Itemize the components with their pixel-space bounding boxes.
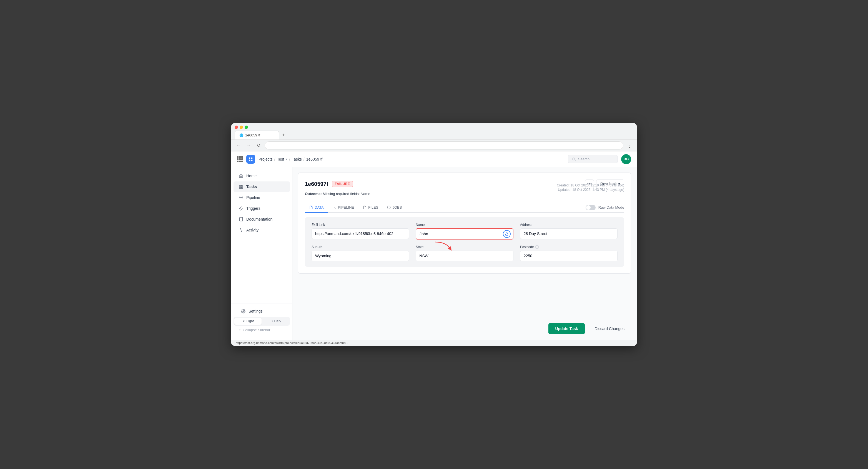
browser-tab[interactable]: 🌐 1e60597f xyxy=(235,130,279,140)
suburb-input[interactable] xyxy=(312,251,409,261)
close-btn[interactable] xyxy=(235,125,238,129)
form-section: Exfil Link Name xyxy=(305,213,624,267)
svg-rect-5 xyxy=(239,185,241,186)
task-card: 1e60597f FAILURE ••• Resubmit ▾ xyxy=(298,173,631,274)
user-avatar[interactable]: BB xyxy=(621,154,631,164)
app-header: Projects / Test ▾ / Tasks / 1e60597f Sea… xyxy=(231,151,637,167)
minimize-btn[interactable] xyxy=(240,125,243,129)
sidebar-home-label: Home xyxy=(246,174,256,178)
forward-button[interactable]: → xyxy=(245,142,252,149)
chevron-down-icon[interactable]: ▾ xyxy=(286,157,287,161)
search-icon xyxy=(572,157,576,161)
app-logo xyxy=(246,155,255,164)
status-bar: https://test-org.unmand.com/swarm/projec… xyxy=(231,340,637,346)
tabs-bar: DATA PIPELINE xyxy=(305,203,624,213)
search-placeholder: Search xyxy=(578,157,589,161)
exfil-link-input[interactable] xyxy=(312,228,409,239)
name-input[interactable] xyxy=(416,228,513,239)
status-badge: FAILURE xyxy=(332,181,353,187)
settings-icon xyxy=(241,309,246,314)
postcode-field: Postcode i xyxy=(520,245,618,261)
sun-icon: ☀ xyxy=(242,319,245,323)
sidebar-item-settings[interactable]: Settings xyxy=(236,306,288,317)
state-input[interactable] xyxy=(416,251,513,261)
tab-data[interactable]: DATA xyxy=(305,203,328,213)
svg-point-12 xyxy=(334,207,335,208)
exfil-link-field: Exfil Link xyxy=(312,223,409,239)
sidebar-item-tasks[interactable]: Tasks xyxy=(234,181,290,192)
sidebar-item-documentation[interactable]: Documentation xyxy=(234,214,290,225)
sidebar-item-home[interactable]: Home xyxy=(234,171,290,181)
svg-point-4 xyxy=(572,158,575,160)
collapse-icon: « xyxy=(239,328,241,332)
sidebar-triggers-label: Triggers xyxy=(246,206,260,211)
tab-title: 1e60597f xyxy=(245,133,260,137)
postcode-info-icon[interactable]: i xyxy=(535,245,539,249)
svg-point-3 xyxy=(251,159,253,161)
sidebar-item-activity[interactable]: Activity xyxy=(234,225,290,235)
search-bar[interactable]: Search xyxy=(568,155,618,163)
breadcrumb-task-id[interactable]: 1e60597f xyxy=(306,157,322,162)
outcome-value: Missing required fields: Name xyxy=(323,192,370,196)
breadcrumb-projects[interactable]: Projects xyxy=(258,157,273,162)
pipeline-tab-icon xyxy=(333,206,336,209)
lock-icon[interactable] xyxy=(503,230,510,238)
svg-point-11 xyxy=(243,311,244,312)
raw-data-mode-label: Raw Data Mode xyxy=(598,205,624,209)
new-tab-button[interactable]: + xyxy=(280,131,287,139)
postcode-label: Postcode i xyxy=(520,245,618,249)
suburb-label: Suburb xyxy=(312,245,409,249)
refresh-button[interactable]: ↺ xyxy=(255,142,262,149)
collapse-sidebar-button[interactable]: « Collapse Sidebar xyxy=(234,326,290,334)
jobs-icon xyxy=(387,206,391,209)
svg-rect-8 xyxy=(241,187,243,188)
tab-favicon: 🌐 xyxy=(239,134,244,137)
breadcrumb-tasks[interactable]: Tasks xyxy=(292,157,302,162)
main-content: 1e60597f FAILURE ••• Resubmit ▾ xyxy=(292,167,637,340)
data-icon xyxy=(309,206,313,209)
name-label: Name xyxy=(416,223,513,227)
address-label: Address xyxy=(520,223,618,227)
address-input[interactable] xyxy=(520,228,618,239)
state-label: State xyxy=(416,245,513,249)
task-outcome: Outcome: Missing required fields: Name xyxy=(305,192,370,196)
sidebar-settings-label: Settings xyxy=(249,309,263,314)
postcode-input[interactable] xyxy=(520,251,618,261)
name-field-wrapper xyxy=(416,228,513,239)
apps-icon[interactable] xyxy=(237,156,243,162)
address-bar[interactable] xyxy=(265,141,623,149)
address-field: Address xyxy=(520,223,618,239)
discard-changes-button[interactable]: Discard Changes xyxy=(588,323,631,334)
sidebar-pipeline-label: Pipeline xyxy=(246,195,260,200)
updated-timestamp: Updated: 18 Oct 2023, 1:43 PM (4 days ag… xyxy=(557,188,624,192)
sidebar-item-pipeline[interactable]: Pipeline xyxy=(234,192,290,203)
tab-files[interactable]: FILES xyxy=(359,203,383,213)
tab-jobs[interactable]: JOBS xyxy=(383,203,406,213)
svg-point-1 xyxy=(251,157,253,159)
sidebar-tasks-label: Tasks xyxy=(246,184,257,189)
update-task-button[interactable]: Update Task xyxy=(549,323,585,334)
dark-theme-button[interactable]: ☽ Dark xyxy=(262,318,289,325)
documentation-icon xyxy=(239,217,244,222)
name-field: Name xyxy=(416,223,513,239)
light-theme-button[interactable]: ☀ Light xyxy=(235,318,261,325)
form-grid: Exfil Link Name xyxy=(305,217,624,267)
created-timestamp: Created: 18 Oct 2023, 12:19 PM (4 days a… xyxy=(557,183,624,187)
task-timestamps: Created: 18 Oct 2023, 12:19 PM (4 days a… xyxy=(557,183,624,192)
back-button[interactable]: ← xyxy=(235,142,242,149)
raw-data-toggle[interactable] xyxy=(586,205,596,210)
svg-rect-16 xyxy=(505,234,508,236)
tab-pipeline[interactable]: PIPELINE xyxy=(328,203,359,213)
exfil-link-label: Exfil Link xyxy=(312,223,409,227)
sidebar: Home Tasks xyxy=(231,167,292,340)
status-url: https://test-org.unmand.com/swarm/projec… xyxy=(236,341,348,345)
bottom-actions: Update Task Discard Changes xyxy=(292,318,637,340)
sidebar-item-triggers[interactable]: Triggers xyxy=(234,203,290,214)
maximize-btn[interactable] xyxy=(245,125,248,129)
breadcrumb-test[interactable]: Test xyxy=(277,157,284,162)
svg-rect-7 xyxy=(239,187,241,188)
theme-switcher: ☀ Light ☽ Dark xyxy=(234,317,290,326)
suburb-field: Suburb xyxy=(312,245,409,261)
breadcrumb: Projects / Test ▾ / Tasks / 1e60597f xyxy=(258,157,322,162)
more-button[interactable]: ⋮ xyxy=(626,142,633,149)
